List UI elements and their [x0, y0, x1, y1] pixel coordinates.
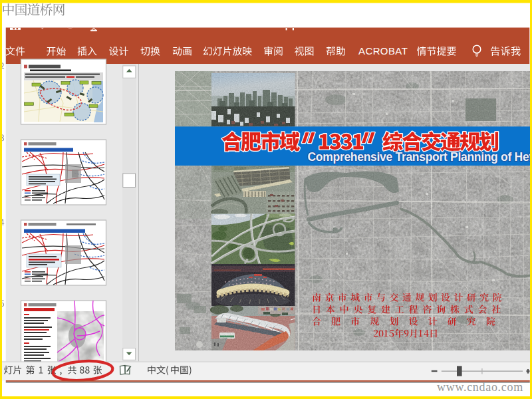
- svg-text:ACROBAT: ACROBAT: [358, 45, 408, 57]
- svg-text:Comprehensive Transport Planni: Comprehensive Transport Planning of Hefe…: [308, 150, 532, 164]
- svg-text:www.cndao.com: www.cndao.com: [437, 380, 523, 394]
